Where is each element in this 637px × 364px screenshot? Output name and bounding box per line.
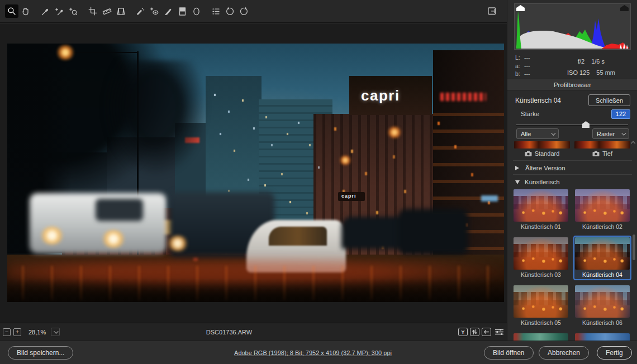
graduated-filter-tool[interactable] (175, 4, 189, 18)
done-button[interactable]: Fertig (597, 346, 632, 360)
lamp-glow (55, 45, 75, 60)
filename: DSC01736.ARW (0, 329, 458, 336)
radial-filter-tool[interactable] (189, 4, 203, 18)
strength-input[interactable]: 122 (611, 109, 630, 119)
camera-icon (592, 150, 600, 157)
rotate-left-tool[interactable] (223, 4, 236, 18)
divider (513, 174, 632, 175)
geometry-tool[interactable] (114, 4, 127, 18)
healing-brush-icon (135, 6, 146, 17)
profile-kuenstlerisch-05[interactable]: Künstlerisch 05 (512, 284, 570, 328)
profile-filter-dropdown[interactable]: Alle (516, 128, 559, 139)
toolbar (0, 0, 507, 23)
headlight-glow (167, 236, 188, 251)
eyedropper-icon (40, 6, 51, 17)
profile-kuenstlerisch-06[interactable]: Künstlerisch 06 (573, 284, 631, 328)
close-profile-browser-button[interactable]: Schließen (588, 94, 630, 106)
profile-thumbnail (514, 333, 568, 341)
crop-tool[interactable] (86, 4, 99, 18)
arrow-ccw-icon (225, 6, 235, 17)
focal-value: 55 mm (596, 69, 615, 76)
rotate-right-tool[interactable] (237, 4, 250, 18)
swap-before-after-button[interactable] (470, 328, 479, 336)
hand-tool[interactable] (19, 4, 32, 18)
histogram-plot (515, 4, 630, 49)
slider-thumb[interactable] (582, 121, 590, 128)
profile-kuenstlerisch-01[interactable]: Künstlerisch 01 (512, 188, 570, 232)
profile-thumbnail (575, 189, 630, 222)
lab-l-label: L: (515, 54, 524, 62)
eyedropper-plus-icon (54, 6, 65, 17)
toggle-panel-button[interactable] (486, 4, 499, 18)
cancel-button[interactable]: Abbrechen (539, 346, 589, 360)
lab-l-value: --- (524, 54, 530, 62)
lab-b-label: b: (515, 70, 524, 78)
profile-thumbnail (575, 333, 630, 341)
perspective-frame-icon (116, 6, 126, 17)
color-sampler-tool[interactable] (53, 4, 66, 18)
copy-current-settings-button[interactable] (482, 328, 491, 336)
magnifier-icon (7, 6, 17, 17)
camera-icon (525, 150, 532, 157)
lab-b-value: --- (524, 70, 530, 78)
red-eye-tool[interactable] (148, 4, 161, 18)
bottom-vignette (7, 278, 504, 302)
crosshair-circle-icon (68, 6, 79, 17)
preferences-button[interactable] (493, 328, 505, 337)
lab-readout: L:--- a:--- b:--- (515, 54, 549, 78)
lamp-glow (387, 126, 402, 138)
expanded-arrow-icon (515, 180, 520, 184)
plus-eye-icon (149, 6, 160, 17)
zoom-tool[interactable] (5, 4, 18, 18)
current-profile-name: Künstlerisch 04 (515, 97, 561, 104)
exif-readout: f/21/6 s ISO 12555 mm (552, 56, 630, 78)
before-after-toggle[interactable]: Y (458, 328, 468, 336)
capri-sign-small-text: capri (341, 193, 356, 199)
favorite-profile-standard[interactable]: Standard (514, 141, 570, 159)
section-older-version[interactable]: Ältere Version (515, 162, 630, 174)
image-canvas: capri (0, 23, 507, 323)
profile-kuenstlerisch-02[interactable]: Künstlerisch 02 (573, 188, 631, 232)
photo-preview[interactable]: capri (7, 44, 504, 302)
lab-a-value: --- (524, 62, 530, 70)
profile-thumb-strip (514, 141, 570, 149)
collapsed-arrow-icon (515, 166, 519, 170)
profile-thumbnail (514, 237, 568, 270)
strength-slider[interactable] (516, 122, 628, 128)
open-image-button[interactable]: Bild öffnen (484, 346, 534, 360)
spot-removal-tool[interactable] (134, 4, 147, 18)
white-balance-tool[interactable] (39, 4, 52, 18)
aperture-value: f/2 (578, 58, 584, 65)
profile-kuenstlerisch-03[interactable]: Künstlerisch 03 (512, 236, 570, 280)
left-arrow-icon (483, 329, 489, 335)
profile-thumb-strip (574, 141, 630, 149)
strength-label: Stärke (521, 111, 539, 117)
presets-tool[interactable] (209, 4, 222, 18)
lamp-glow (339, 155, 351, 165)
divider (513, 160, 632, 161)
targeted-adjustment-tool[interactable] (66, 4, 80, 18)
brush-icon (163, 6, 174, 17)
profile-partial[interactable] (512, 332, 570, 341)
profile-browser-title: Profilbrowser (507, 79, 637, 90)
iso-value: ISO 125 (567, 69, 590, 76)
status-bar: − + 28,1% DSC01736.ARW Y (0, 323, 507, 341)
car-window (269, 227, 327, 246)
view-mode-dropdown[interactable]: Raster (592, 128, 629, 139)
shutter-value: 1/6 s (591, 58, 605, 65)
favorite-profile-tief[interactable]: Tief (574, 141, 630, 159)
dark-car (398, 209, 468, 255)
ellipse-icon (191, 6, 202, 17)
profile-kuenstlerisch-04[interactable]: Künstlerisch 04 (573, 236, 631, 280)
section-artistic[interactable]: Künstlerisch (515, 176, 630, 188)
transform-tool[interactable] (100, 4, 113, 18)
arrow-cw-icon (239, 6, 249, 17)
capri-sign-text: capri (361, 87, 400, 104)
scroll-up-arrow[interactable] (631, 141, 635, 146)
adjustment-brush-tool[interactable] (161, 4, 175, 18)
headlight-glow (40, 227, 64, 245)
profile-thumbnail (514, 189, 568, 222)
footer-bar: Bild speichern... Adobe RGB (1998); 8 Bi… (0, 341, 637, 364)
neon-sign (440, 93, 486, 101)
profile-partial[interactable] (573, 332, 631, 341)
